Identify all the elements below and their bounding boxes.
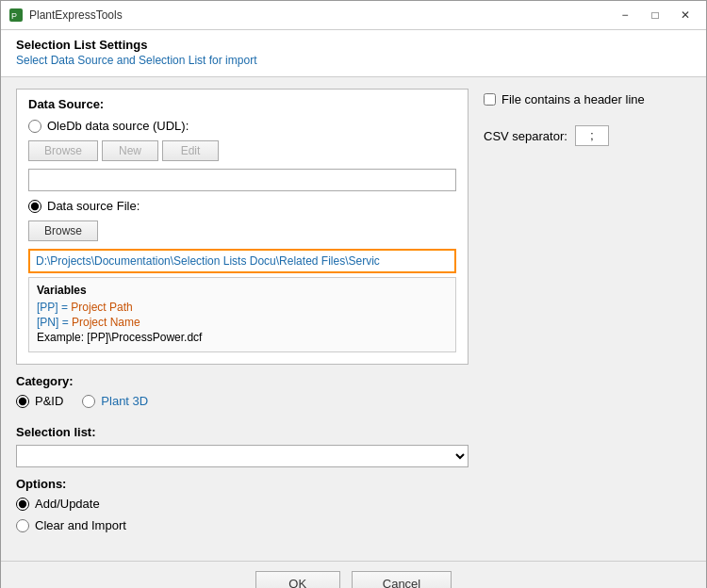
close-button[interactable]: ✕ bbox=[672, 5, 699, 25]
var2-key: [PN] = bbox=[37, 316, 72, 329]
file-label: Data source File: bbox=[47, 199, 140, 213]
pid-radio-row: P&ID bbox=[16, 394, 63, 408]
header-section: Selection List Settings Select Data Sour… bbox=[1, 30, 706, 77]
var2-val: Project Name bbox=[72, 316, 140, 329]
ok-button[interactable]: OK bbox=[255, 571, 340, 588]
selection-list-select[interactable] bbox=[16, 445, 469, 467]
var1-key: [PP] = bbox=[37, 301, 71, 314]
file-path-display[interactable]: D:\Projects\Documentation\Selection List… bbox=[28, 249, 456, 273]
header-subtitle: Select Data Source and Selection List fo… bbox=[16, 54, 691, 67]
browse2-button[interactable]: Browse bbox=[28, 220, 98, 241]
app-icon: P bbox=[8, 8, 24, 23]
browse-button[interactable]: Browse bbox=[28, 140, 98, 161]
pid-label: P&ID bbox=[35, 394, 63, 408]
plant3d-label: Plant 3D bbox=[101, 394, 148, 408]
minimize-button[interactable]: − bbox=[612, 5, 638, 25]
right-panel: File contains a header line CSV separato… bbox=[484, 89, 691, 549]
file-btn-row: Browse bbox=[28, 220, 456, 241]
window-title: PlantExpressTools bbox=[29, 8, 123, 22]
clear-import-label: Clear and Import bbox=[35, 518, 126, 532]
options-label: Options: bbox=[16, 477, 469, 491]
add-update-row: Add/Update bbox=[16, 497, 469, 511]
title-bar: P PlantExpressTools − □ ✕ bbox=[1, 1, 706, 30]
add-update-label: Add/Update bbox=[35, 497, 100, 511]
oledb-path-input[interactable] bbox=[28, 169, 456, 191]
file-header-checkbox[interactable] bbox=[484, 93, 496, 106]
content-area: Data Source: OleDb data source (UDL): Br… bbox=[1, 77, 706, 561]
title-buttons: − □ ✕ bbox=[612, 5, 699, 25]
data-source-label: Data Source: bbox=[28, 97, 456, 111]
oledb-label: OleDb data source (UDL): bbox=[47, 119, 189, 133]
maximize-button[interactable]: □ bbox=[642, 5, 668, 25]
pid-radio[interactable] bbox=[16, 395, 29, 408]
selection-list-label: Selection list: bbox=[16, 425, 469, 439]
category-label: Category: bbox=[16, 374, 469, 388]
csv-separator-row: CSV separator: bbox=[484, 125, 691, 146]
csv-separator-input[interactable] bbox=[575, 125, 609, 146]
title-bar-left: P PlantExpressTools bbox=[8, 8, 123, 23]
data-source-group: Data Source: OleDb data source (UDL): Br… bbox=[16, 89, 469, 365]
svg-text:P: P bbox=[11, 11, 17, 21]
file-radio-row: Data source File: bbox=[28, 199, 456, 213]
options-section: Options: Add/Update Clear and Import bbox=[16, 477, 469, 540]
left-panel: Data Source: OleDb data source (UDL): Br… bbox=[16, 89, 469, 549]
footer: OK Cancel bbox=[1, 561, 706, 588]
plant3d-radio[interactable] bbox=[82, 395, 95, 408]
new-button[interactable]: New bbox=[102, 140, 158, 161]
file-radio[interactable] bbox=[28, 200, 41, 213]
cancel-button[interactable]: Cancel bbox=[352, 571, 452, 588]
var2-line: [PN] = Project Name bbox=[37, 316, 448, 329]
selection-section: Selection list: bbox=[16, 425, 469, 467]
header-title: Selection List Settings bbox=[16, 38, 691, 52]
clear-import-row: Clear and Import bbox=[16, 518, 469, 532]
main-window: P PlantExpressTools − □ ✕ Selection List… bbox=[0, 0, 707, 588]
edit-button[interactable]: Edit bbox=[162, 140, 219, 161]
oledb-btn-row: Browse New Edit bbox=[28, 140, 456, 161]
file-header-row: File contains a header line bbox=[484, 92, 691, 106]
csv-separator-label: CSV separator: bbox=[484, 129, 567, 143]
add-update-radio[interactable] bbox=[16, 498, 29, 511]
example-text: Example: [PP]\ProcessPower.dcf bbox=[37, 331, 202, 344]
var1-line: [PP] = Project Path bbox=[37, 301, 448, 314]
oledb-radio-row: OleDb data source (UDL): bbox=[28, 119, 456, 133]
variables-box: Variables [PP] = Project Path [PN] = Pro… bbox=[28, 277, 456, 352]
example-line: Example: [PP]\ProcessPower.dcf bbox=[37, 331, 448, 344]
variables-title: Variables bbox=[37, 284, 448, 297]
clear-import-radio[interactable] bbox=[16, 519, 29, 532]
plant3d-radio-row: Plant 3D bbox=[82, 394, 148, 408]
file-header-label: File contains a header line bbox=[501, 92, 645, 106]
var1-val: Project Path bbox=[71, 301, 132, 314]
oledb-radio[interactable] bbox=[28, 120, 41, 133]
category-section: Category: P&ID Plant 3D bbox=[16, 374, 469, 416]
category-radios: P&ID Plant 3D bbox=[16, 394, 469, 416]
